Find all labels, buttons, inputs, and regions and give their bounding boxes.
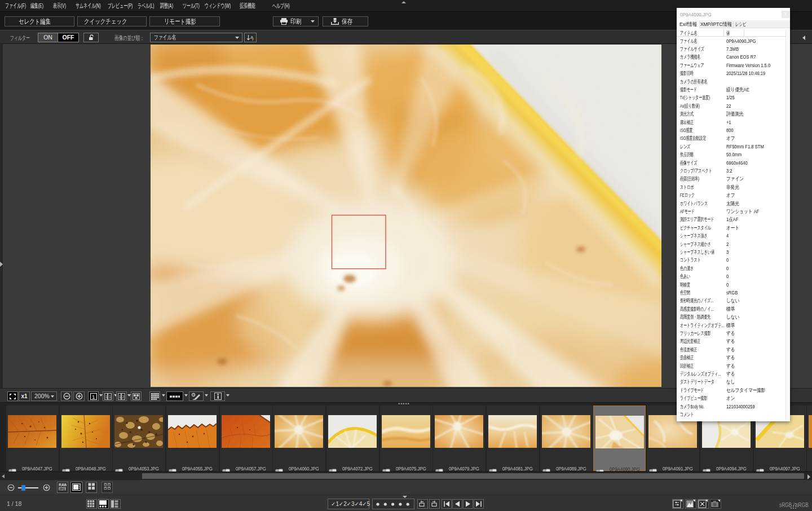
svg-text:RAW: RAW <box>59 483 67 487</box>
svg-text:1: 1 <box>109 395 111 399</box>
svg-text:1: 1 <box>92 394 95 400</box>
svg-text:1: 1 <box>119 395 121 399</box>
svg-text:2: 2 <box>122 395 125 399</box>
svg-text:1: 1 <box>105 395 108 399</box>
svg-text:JPG: JPG <box>59 487 65 491</box>
svg-text:z: z <box>252 38 254 41</box>
